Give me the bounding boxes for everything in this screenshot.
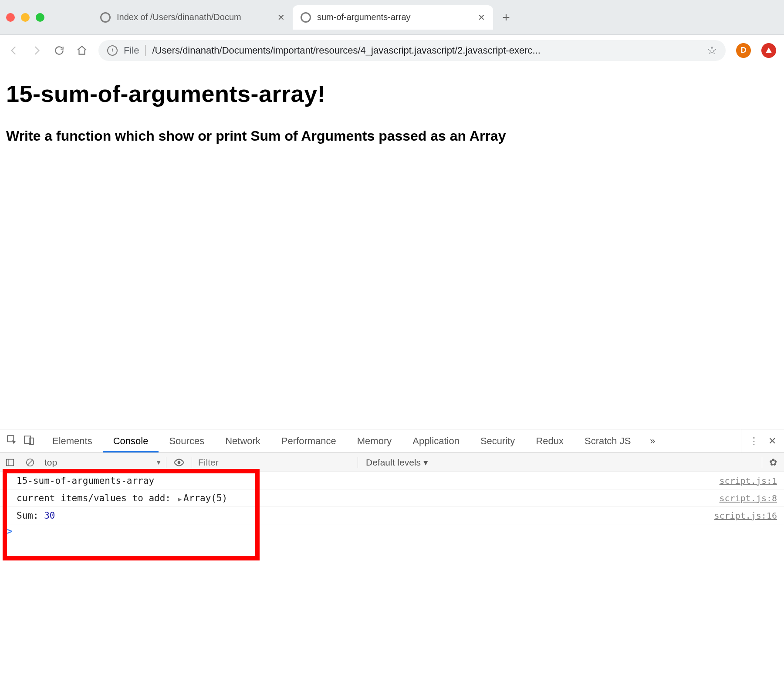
devtools-tab-performance[interactable]: Performance [271, 429, 347, 452]
console-message: 15-sum-of-arguments-array [17, 476, 720, 486]
profile-avatar[interactable]: D [736, 43, 751, 58]
address-bar[interactable]: i File /Users/dinanath/Documents/importa… [98, 40, 726, 61]
bookmark-star-icon[interactable]: ☆ [707, 44, 717, 57]
tab-title: sum-of-arguments-array [317, 12, 472, 22]
window-traffic-lights [6, 13, 44, 22]
console-toolbar: top ▼ Default levels ▾ ✿ [0, 453, 784, 472]
devtools-tab-memory[interactable]: Memory [347, 429, 402, 452]
devtools-top-left-controls [0, 429, 42, 452]
svg-point-7 [178, 461, 181, 464]
svg-rect-1 [24, 436, 30, 443]
console-sidebar-toggle-icon[interactable] [0, 458, 20, 467]
url-protocol: File [124, 45, 139, 56]
console-output: 15-sum-of-arguments-arrayscript.js:1curr… [0, 472, 784, 537]
zoom-window-dot[interactable] [36, 13, 44, 22]
page-content: 15-sum-of-arguments-array! Write a funct… [0, 66, 784, 144]
extension-badge-icon[interactable] [761, 43, 776, 58]
browser-tab-inactive[interactable]: Index of /Users/dinanath/Docum ✕ [92, 5, 293, 30]
device-toolbar-icon[interactable] [24, 434, 35, 448]
clear-console-icon[interactable] [20, 458, 40, 467]
console-message: Sum: 30 [17, 510, 714, 521]
back-button[interactable] [8, 44, 20, 57]
page-subheading: Write a function which show or print Sum… [6, 128, 778, 144]
devtools-right-controls: ⋮ ✕ [741, 429, 784, 452]
log-levels-selector[interactable]: Default levels ▾ [358, 457, 436, 468]
console-prompt[interactable]: > [0, 524, 784, 537]
console-number: 30 [44, 510, 55, 521]
browser-tab-bar: Index of /Users/dinanath/Docum ✕ sum-of-… [0, 0, 784, 35]
context-label: top [44, 457, 57, 468]
devtools-tab-redux[interactable]: Redux [525, 429, 574, 452]
tab-title: Index of /Users/dinanath/Docum [117, 12, 271, 22]
console-row: Sum: 30script.js:16 [0, 507, 784, 524]
console-source-link[interactable]: script.js:8 [720, 493, 777, 503]
devtools-panel: ElementsConsoleSourcesNetworkPerformance… [0, 429, 784, 675]
close-tab-icon[interactable]: ✕ [478, 12, 485, 23]
globe-icon [301, 12, 311, 23]
svg-line-6 [28, 460, 33, 465]
devtools-tab-console[interactable]: Console [103, 429, 159, 452]
devtools-tab-sources[interactable]: Sources [159, 429, 215, 452]
execution-context-selector[interactable]: top ▼ [40, 457, 166, 468]
browser-toolbar: i File /Users/dinanath/Documents/importa… [0, 35, 784, 66]
devtools-tab-network[interactable]: Network [215, 429, 271, 452]
console-filter-input[interactable] [198, 457, 351, 468]
site-info-icon[interactable]: i [107, 45, 118, 56]
devtools-more-icon[interactable]: ⋮ [749, 435, 759, 447]
new-tab-button[interactable]: + [497, 10, 515, 25]
console-message: current items/values to add: ▶Array(5) [17, 493, 720, 503]
browser-tab-active[interactable]: sum-of-arguments-array ✕ [293, 5, 493, 30]
close-window-dot[interactable] [6, 13, 15, 22]
globe-icon [100, 12, 111, 23]
home-button[interactable] [76, 44, 88, 57]
devtools-close-icon[interactable]: ✕ [768, 435, 776, 447]
console-source-link[interactable]: script.js:1 [720, 476, 777, 486]
console-row: current items/values to add: ▶Array(5)sc… [0, 489, 784, 507]
console-filter[interactable] [192, 457, 358, 468]
console-row: 15-sum-of-arguments-arrayscript.js:1 [0, 472, 784, 489]
chevron-down-icon: ▼ [155, 459, 162, 466]
devtools-tab-scratch-js[interactable]: Scratch JS [574, 429, 641, 452]
expand-arrow-icon[interactable]: ▶ [178, 496, 182, 503]
close-tab-icon[interactable]: ✕ [277, 12, 285, 23]
console-source-link[interactable]: script.js:16 [714, 510, 777, 521]
inspect-element-icon[interactable] [6, 434, 17, 448]
minimize-window-dot[interactable] [21, 13, 30, 22]
devtools-tab-elements[interactable]: Elements [42, 429, 103, 452]
forward-button[interactable] [30, 44, 43, 57]
svg-rect-3 [7, 459, 14, 466]
live-expression-icon[interactable] [166, 457, 192, 468]
reload-button[interactable] [53, 44, 65, 57]
page-heading: 15-sum-of-arguments-array! [6, 80, 778, 107]
devtools-tab-application[interactable]: Application [402, 429, 470, 452]
separator [145, 45, 146, 56]
devtools-tab-strip: ElementsConsoleSourcesNetworkPerformance… [0, 429, 784, 453]
devtools-tabs-overflow[interactable]: » [641, 429, 664, 452]
url-text: /Users/dinanath/Documents/important/reso… [152, 45, 699, 56]
console-settings-icon[interactable]: ✿ [762, 457, 784, 468]
devtools-tab-security[interactable]: Security [470, 429, 525, 452]
